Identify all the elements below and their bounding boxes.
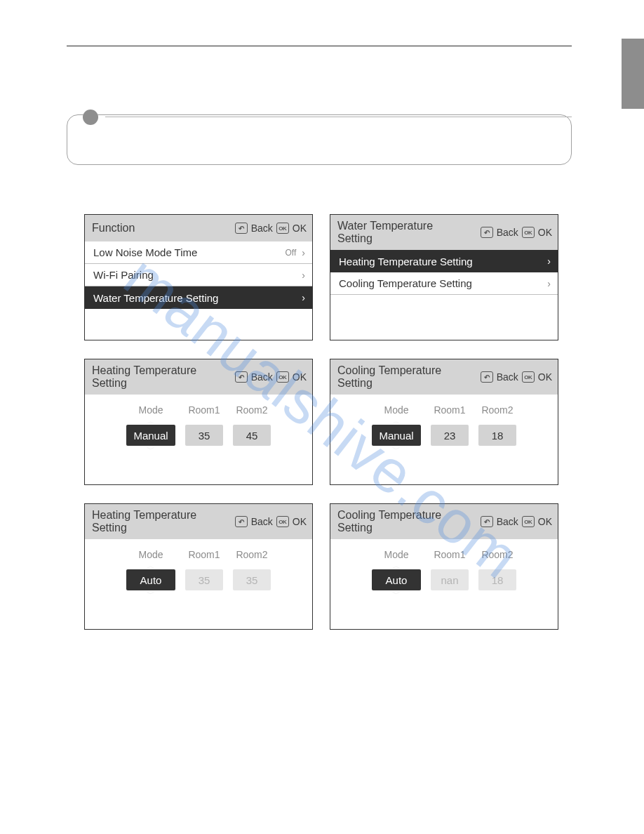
ok-label: OK bbox=[538, 227, 552, 238]
chevron-right-icon: › bbox=[547, 256, 551, 267]
ok-icon[interactable]: OK bbox=[276, 516, 289, 527]
ok-label: OK bbox=[538, 371, 552, 383]
selector-value[interactable]: 35 bbox=[233, 569, 271, 590]
chevron-up-icon[interactable]: ︿ bbox=[147, 418, 155, 425]
selector-column: Mode ︿ Manual ﹀ bbox=[126, 404, 175, 453]
back-label: Back bbox=[497, 371, 518, 383]
back-icon[interactable]: ↶ bbox=[235, 516, 248, 527]
back-icon[interactable]: ↶ bbox=[235, 223, 248, 234]
panel-title: Cooling TemperatureSetting bbox=[337, 364, 441, 390]
menu-row[interactable]: Heating Temperature Setting › bbox=[330, 250, 558, 272]
chevron-down-icon[interactable]: ﹀ bbox=[392, 446, 401, 453]
back-icon[interactable]: ↶ bbox=[481, 516, 493, 527]
chevron-down-icon[interactable]: ﹀ bbox=[147, 590, 155, 597]
chevron-right-icon: › bbox=[302, 247, 305, 258]
back-label: Back bbox=[251, 371, 273, 383]
ui-panel: Heating TemperatureSetting ↶ Back OK OK … bbox=[84, 503, 313, 630]
selector-label: Room1 bbox=[188, 549, 220, 560]
note-bullet-icon bbox=[83, 110, 98, 125]
menu-row[interactable]: Low Noise Mode Time Off› bbox=[85, 241, 312, 264]
panel-header-controls: ↶ Back OK OK bbox=[235, 516, 307, 527]
page-edge-tab bbox=[622, 39, 644, 109]
selector-value[interactable]: 35 bbox=[185, 425, 223, 446]
chevron-right-icon: › bbox=[302, 270, 305, 281]
selector-label: Mode bbox=[384, 549, 408, 560]
menu-row[interactable]: Water Temperature Setting › bbox=[85, 286, 312, 309]
ok-label: OK bbox=[293, 516, 307, 527]
panel-body: Low Noise Mode Time Off› Wi-Fi Pairing ›… bbox=[85, 241, 312, 340]
panel-body: Mode ︿ Manual ﹀ Room1 23 Room2 18 bbox=[330, 395, 558, 484]
selector-label: Mode bbox=[384, 404, 408, 416]
chevron-up-icon[interactable]: ︿ bbox=[392, 418, 401, 425]
ui-panel: Cooling TemperatureSetting ↶ Back OK OK … bbox=[330, 359, 558, 485]
selector-column: Mode ︿ Manual ﹀ bbox=[372, 404, 421, 453]
ok-icon[interactable]: OK bbox=[276, 371, 289, 383]
ui-panel: Water TemperatureSetting ↶ Back OK OK He… bbox=[330, 214, 558, 340]
selector-label: Room1 bbox=[434, 404, 465, 416]
selector-value[interactable]: 23 bbox=[431, 425, 469, 446]
selector-label: Room2 bbox=[236, 404, 267, 416]
panel-header: Water TemperatureSetting ↶ Back OK OK bbox=[330, 215, 558, 250]
menu-row-label: Water Temperature Setting bbox=[93, 292, 218, 304]
panel-header: Cooling TemperatureSetting ↶ Back OK OK bbox=[330, 359, 558, 395]
selector-label: Room2 bbox=[236, 549, 267, 560]
menu-row-suffix: Off bbox=[286, 248, 297, 258]
selector-column: Room2 18 bbox=[478, 549, 516, 597]
ok-label: OK bbox=[293, 371, 307, 383]
menu-row-label: Wi-Fi Pairing bbox=[93, 269, 154, 281]
menu-row[interactable]: Cooling Temperature Setting › bbox=[330, 272, 558, 295]
selector-value[interactable]: Manual bbox=[372, 425, 421, 446]
back-label: Back bbox=[251, 516, 273, 527]
selector-column: Mode ︿ Auto ﹀ bbox=[126, 549, 175, 597]
ui-panel: Heating TemperatureSetting ↶ Back OK OK … bbox=[84, 359, 313, 485]
selector-value[interactable]: 18 bbox=[478, 569, 516, 590]
selector-column: Room1 nan bbox=[431, 549, 469, 597]
back-icon[interactable]: ↶ bbox=[235, 371, 248, 383]
selector-value[interactable]: Auto bbox=[372, 569, 421, 590]
back-icon[interactable]: ↶ bbox=[481, 227, 493, 238]
selector-value[interactable]: Auto bbox=[126, 569, 175, 590]
ok-label: OK bbox=[538, 516, 552, 527]
panel-header: Cooling TemperatureSetting ↶ Back OK OK bbox=[330, 504, 558, 539]
selector-label: Mode bbox=[138, 404, 163, 416]
selector-value[interactable]: Manual bbox=[126, 425, 175, 446]
selector-column: Room2 45 bbox=[233, 404, 271, 453]
ok-icon[interactable]: OK bbox=[276, 223, 289, 234]
selector-value[interactable]: nan bbox=[431, 569, 469, 590]
menu-row[interactable]: Wi-Fi Pairing › bbox=[85, 264, 312, 286]
ok-icon[interactable]: OK bbox=[522, 371, 535, 383]
ui-panel: Cooling TemperatureSetting ↶ Back OK OK … bbox=[330, 503, 558, 630]
menu-row-label: Cooling Temperature Setting bbox=[339, 277, 472, 289]
panel-title: Function bbox=[92, 222, 135, 234]
selector-label: Mode bbox=[138, 549, 163, 560]
selector-column: Room2 35 bbox=[233, 549, 271, 597]
back-icon[interactable]: ↶ bbox=[481, 371, 493, 383]
chevron-up-icon[interactable]: ︿ bbox=[147, 562, 155, 569]
menu-row-label: Low Noise Mode Time bbox=[93, 246, 197, 258]
selector-column: Room1 35 bbox=[185, 404, 223, 453]
back-label: Back bbox=[251, 223, 273, 234]
top-rule bbox=[67, 46, 572, 46]
selector-label: Room2 bbox=[481, 404, 513, 416]
chevron-down-icon[interactable]: ﹀ bbox=[147, 446, 155, 453]
selector-value[interactable]: 35 bbox=[185, 569, 223, 590]
chevron-right-icon: › bbox=[302, 292, 305, 303]
panel-body: Mode ︿ Auto ﹀ Room1 nan Room2 18 bbox=[330, 539, 558, 629]
panel-title: Water TemperatureSetting bbox=[337, 220, 433, 246]
ok-icon[interactable]: OK bbox=[522, 227, 535, 238]
ok-icon[interactable]: OK bbox=[522, 516, 535, 527]
selector-column: Room1 23 bbox=[431, 404, 469, 453]
panel-header: Heating TemperatureSetting ↶ Back OK OK bbox=[85, 504, 312, 539]
back-label: Back bbox=[497, 227, 518, 238]
selector-value[interactable]: 18 bbox=[478, 425, 516, 446]
panel-body: Mode ︿ Auto ﹀ Room1 35 Room2 35 bbox=[85, 539, 312, 629]
panel-header-controls: ↶ Back OK OK bbox=[481, 516, 552, 527]
chevron-up-icon[interactable]: ︿ bbox=[392, 562, 401, 569]
panel-body: Mode ︿ Manual ﹀ Room1 35 Room2 45 bbox=[85, 395, 312, 484]
selector-column: Mode ︿ Auto ﹀ bbox=[372, 549, 421, 597]
selector-label: Room1 bbox=[188, 404, 220, 416]
selector-value[interactable]: 45 bbox=[233, 425, 271, 446]
chevron-right-icon: › bbox=[547, 278, 551, 289]
panel-grid: Function ↶ Back OK OK Low Noise Mode Tim… bbox=[84, 214, 561, 630]
chevron-down-icon[interactable]: ﹀ bbox=[392, 590, 401, 597]
